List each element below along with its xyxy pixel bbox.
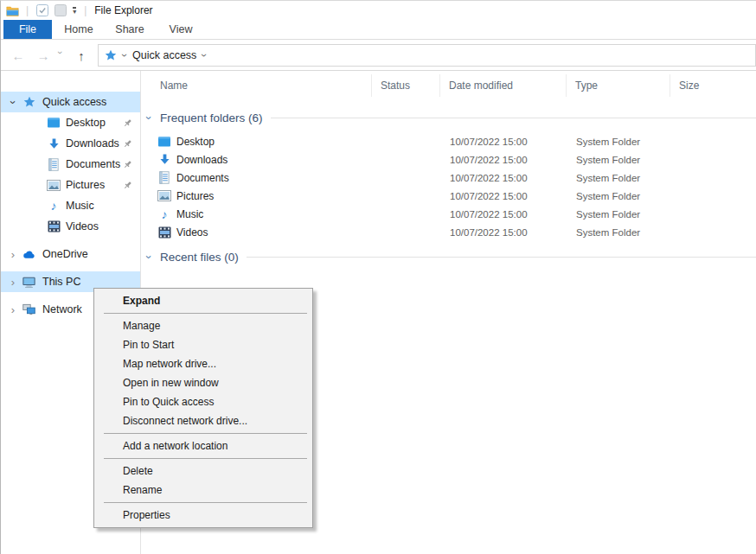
address-bar[interactable]: › Quick access › (98, 44, 756, 67)
sidebar-item-onedrive[interactable]: › OneDrive (1, 244, 140, 264)
chevron-down-icon[interactable]: › (143, 111, 156, 124)
window-title: File Explorer (94, 4, 152, 16)
file-name: Pictures (176, 190, 214, 202)
tab-file[interactable]: File (3, 20, 52, 39)
group-header-rule (271, 118, 756, 118)
menu-item-manage[interactable]: Manage (94, 316, 312, 335)
menu-item-map-network-drive[interactable]: Map network drive... (94, 354, 312, 373)
chevron-right-icon[interactable]: › (8, 303, 18, 316)
menu-item-disconnect-network-drive[interactable]: Disconnect network drive... (94, 411, 312, 430)
tab-home[interactable]: Home (54, 20, 103, 39)
onedrive-cloud-icon (22, 247, 35, 261)
file-name: Desktop (176, 136, 215, 148)
sidebar-item-label: Music (66, 200, 94, 212)
title-bar: | ▾ | File Explorer (1, 1, 756, 20)
file-row-documents[interactable]: Documents 10/07/2022 15:00 System Folder (141, 169, 756, 187)
file-row-pictures[interactable]: Pictures 10/07/2022 15:00 System Folder (141, 187, 756, 205)
column-header-size[interactable]: Size (670, 74, 741, 97)
separator: | (84, 4, 86, 16)
pin-icon (123, 181, 132, 190)
file-type: System Folder (567, 227, 670, 238)
menu-item-pin-to-start[interactable]: Pin to Start (94, 335, 312, 354)
file-name: Downloads (176, 154, 227, 166)
tab-view[interactable]: View (157, 20, 205, 39)
documents-icon (157, 171, 171, 185)
sidebar-item-label: Quick access (42, 96, 106, 108)
menu-item-delete[interactable]: Delete (94, 462, 312, 481)
file-name: Music (176, 208, 203, 220)
qat-customize-dropdown[interactable]: ▾ (73, 7, 76, 15)
file-date-modified: 10/07/2022 15:00 (440, 227, 567, 238)
sidebar-item-desktop[interactable]: Desktop (1, 112, 140, 133)
music-icon: ♪ (157, 207, 171, 221)
ribbon-tabstrip: File Home Share View (1, 20, 756, 40)
sidebar-item-label: Downloads (66, 137, 119, 150)
up-icon[interactable]: ↑ (74, 49, 89, 62)
file-name: Documents (176, 172, 229, 184)
file-row-videos[interactable]: Videos 10/07/2022 15:00 System Folder (141, 223, 756, 241)
recent-locations-dropdown-icon[interactable]: › (55, 51, 66, 60)
sidebar-item-downloads[interactable]: Downloads (1, 133, 140, 154)
file-date-modified: 10/07/2022 15:00 (440, 137, 567, 147)
sidebar-item-quick-access[interactable]: › Quick access (1, 92, 140, 112)
group-header-recent-files[interactable]: › Recent files (0) (141, 248, 756, 265)
menu-item-expand[interactable]: Expand (94, 291, 312, 310)
file-explorer-app-icon (6, 4, 19, 17)
desktop-icon (47, 116, 61, 130)
group-header-frequent-folders[interactable]: › Frequent folders (6) (141, 109, 756, 126)
documents-icon (47, 157, 61, 171)
group-header-rule (247, 257, 756, 258)
sidebar-item-videos[interactable]: Videos (1, 216, 140, 237)
menu-item-add-a-network-location[interactable]: Add a network location (94, 436, 312, 455)
chevron-down-icon[interactable]: › (143, 251, 156, 263)
file-type: System Folder (567, 209, 670, 220)
navigation-bar: ← → › ↑ › Quick access › (1, 41, 756, 71)
breadcrumb-chevron-icon: › (119, 54, 131, 57)
desktop-icon (157, 135, 171, 149)
sidebar-item-label: Documents (66, 158, 120, 170)
music-icon: ♪ (47, 199, 61, 213)
sidebar-item-music[interactable]: ♪ Music (1, 195, 140, 216)
chevron-right-icon[interactable]: › (8, 276, 18, 289)
column-header-name[interactable]: Name (141, 74, 372, 97)
qat-new-folder-button[interactable] (54, 4, 67, 17)
menu-item-open-in-new-window[interactable]: Open in new window (94, 373, 312, 392)
pictures-icon (47, 178, 61, 192)
menu-separator (104, 458, 307, 459)
file-row-downloads[interactable]: Downloads 10/07/2022 15:00 System Folder (141, 150, 756, 169)
menu-separator (104, 502, 307, 503)
chevron-right-icon[interactable]: › (8, 248, 18, 261)
network-icon (22, 302, 35, 316)
breadcrumb-location[interactable]: Quick access (132, 49, 196, 61)
menu-item-properties[interactable]: Properties (94, 506, 312, 525)
quick-access-star-icon (105, 49, 117, 61)
sidebar-spacer (1, 237, 140, 244)
file-date-modified: 10/07/2022 15:00 (440, 173, 567, 183)
sidebar-item-label: Pictures (66, 179, 105, 191)
column-header-type[interactable]: Type (567, 74, 670, 97)
file-row-music[interactable]: ♪ Music 10/07/2022 15:00 System Folder (141, 205, 756, 223)
separator: | (26, 4, 29, 16)
group-header-label: Recent files (0) (160, 251, 239, 264)
file-row-desktop[interactable]: Desktop 10/07/2022 15:00 System Folder (141, 132, 756, 150)
breadcrumb-chevron-icon[interactable]: › (198, 54, 210, 57)
chevron-down-icon[interactable]: › (7, 97, 20, 107)
sidebar-item-label: Videos (66, 220, 99, 232)
back-icon[interactable]: ← (10, 49, 26, 62)
column-header-status[interactable]: Status (372, 74, 440, 97)
menu-item-pin-to-quick-access[interactable]: Pin to Quick access (94, 392, 312, 411)
downloads-icon (47, 137, 61, 150)
column-header-date-modified[interactable]: Date modified (440, 74, 567, 97)
tab-share[interactable]: Share (106, 20, 154, 39)
forward-icon[interactable]: → (35, 49, 51, 62)
sidebar-item-label: Desktop (66, 117, 106, 129)
this-pc-monitor-icon (22, 275, 35, 289)
sidebar-item-pictures[interactable]: Pictures (1, 175, 140, 195)
sidebar-item-label: This PC (42, 276, 80, 288)
file-type: System Folder (567, 137, 670, 147)
sidebar-item-documents[interactable]: Documents (1, 154, 140, 175)
menu-separator (104, 433, 307, 434)
menu-item-rename[interactable]: Rename (94, 481, 312, 500)
qat-properties-button[interactable] (35, 4, 48, 17)
pictures-icon (157, 189, 171, 203)
